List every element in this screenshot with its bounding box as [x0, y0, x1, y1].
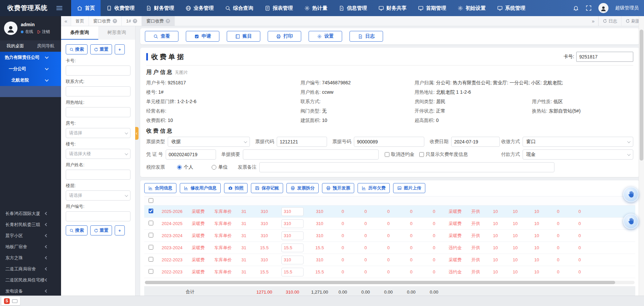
- pay-amount-input[interactable]: [281, 256, 304, 264]
- community-item[interactable]: 地板厂宿舍: [0, 241, 61, 252]
- page-tab[interactable]: 窗口收费 ✕: [89, 16, 122, 26]
- add-condition-button[interactable]: +: [115, 44, 125, 54]
- page-tab[interactable]: 窗口收费 ✕: [142, 16, 175, 26]
- row-checkbox[interactable]: [149, 257, 153, 262]
- cancel-penalty-option[interactable]: 取消违约金: [385, 151, 415, 158]
- search-button[interactable]: 搜索: [66, 44, 88, 54]
- reset-button[interactable]: 重置: [90, 225, 112, 235]
- table-row[interactable]: 2022-2023 采暖费 车库单价 31 15.5 15.5 0 0 0 0: [144, 266, 635, 278]
- building-item[interactable]: [0, 152, 61, 164]
- table-action-button[interactable]: 预开发票: [322, 183, 354, 193]
- row-checkbox[interactable]: [149, 221, 153, 225]
- nav-menu-item[interactable]: 业务管理: [180, 0, 219, 16]
- building-item[interactable]: [0, 130, 61, 141]
- building-item[interactable]: [0, 164, 61, 175]
- sidebar-tab[interactable]: 我的桌面: [0, 40, 31, 52]
- query-field-input[interactable]: 请选择大楼: [66, 149, 130, 159]
- query-field-input[interactable]: [66, 86, 130, 96]
- row-checkbox[interactable]: [149, 269, 153, 274]
- cancel-penalty-checkbox[interactable]: [385, 152, 389, 157]
- floating-hand-button[interactable]: [623, 214, 639, 229]
- table-row[interactable]: 2023-2024 采暖费 车库单价 31 310 310 0 0 0 0: [144, 230, 635, 242]
- nav-menu-item[interactable]: 热计量: [299, 0, 333, 16]
- community-item[interactable]: 二道区民政局住宅楼: [0, 274, 61, 286]
- table-action-button[interactable]: 历年欠费: [358, 183, 390, 193]
- tab-close-icon[interactable]: ✕: [133, 19, 137, 23]
- building-item[interactable]: [0, 86, 61, 97]
- table-row[interactable]: 2022-2023 采暖费 车库单价 31 310 310 0 0 0 0: [144, 254, 635, 266]
- building-item[interactable]: [0, 141, 61, 152]
- page-tab[interactable]: 1# ✕: [122, 16, 142, 26]
- toolbar-button[interactable]: 查看: [145, 31, 178, 42]
- search-button[interactable]: 搜索: [66, 225, 88, 235]
- hamburger-menu-icon[interactable]: [56, 6, 62, 10]
- bill-no-input[interactable]: [354, 137, 424, 147]
- query-field-input[interactable]: [66, 107, 130, 117]
- only-owed-option[interactable]: 只显示欠费年度信息: [419, 151, 468, 158]
- notification-bell-icon[interactable]: [573, 5, 579, 11]
- nav-menu-item[interactable]: 初始设置: [452, 0, 491, 16]
- tab-close-icon[interactable]: ✕: [166, 19, 170, 23]
- log-button[interactable]: 日志: [598, 16, 621, 26]
- table-action-button[interactable]: 拍照: [224, 183, 248, 193]
- community-item[interactable]: 长青村民航委三组: [0, 219, 61, 230]
- query-field-input[interactable]: [66, 65, 130, 76]
- row-checkbox[interactable]: [149, 233, 153, 237]
- community-item[interactable]: 东方之珠: [0, 252, 61, 263]
- bill-code-input[interactable]: [277, 137, 327, 147]
- bill-type-select[interactable]: 收据: [168, 137, 250, 147]
- pay-amount-input[interactable]: [281, 244, 304, 252]
- fee-date-input[interactable]: [451, 137, 500, 147]
- toolbar-button[interactable]: 申请: [186, 31, 219, 42]
- vertical-scrollbar-thumb[interactable]: [640, 30, 643, 161]
- horizontal-scrollbar-thumb[interactable]: [145, 281, 615, 284]
- collect-way-select[interactable]: 窗口: [523, 137, 633, 147]
- vertical-scrollbar[interactable]: [639, 16, 644, 296]
- current-user-name[interactable]: 超级管理员: [615, 5, 639, 11]
- pay-amount-input[interactable]: [281, 231, 304, 240]
- table-row[interactable]: 2025-2026 采暖费 车库单价 31 310 310 0 0 0 0: [144, 206, 635, 218]
- nav-menu-item[interactable]: 首页: [71, 0, 101, 16]
- query-panel-tab[interactable]: 条件查询: [61, 26, 98, 40]
- pay-amount-input[interactable]: [281, 207, 304, 216]
- floating-hand-button[interactable]: [623, 187, 639, 202]
- building-item[interactable]: [0, 97, 61, 108]
- table-action-button[interactable]: 发票拆分: [286, 183, 319, 193]
- invoice-note-input[interactable]: [259, 162, 554, 172]
- tree-parent-node[interactable]: 一分公司: [0, 63, 61, 75]
- table-row[interactable]: 2023-2024 采暖费 车库单价 31 15.5 15.5 0 0 0 0: [144, 242, 635, 254]
- community-item[interactable]: 二道工商局宿舍: [0, 263, 61, 274]
- personal-radio-option[interactable]: 个人: [177, 164, 193, 170]
- building-item[interactable]: [0, 119, 61, 130]
- tree-parent-node[interactable]: 热力有限责任公司: [0, 52, 61, 63]
- community-item[interactable]: 发电设备: [0, 286, 61, 296]
- toolbar-button[interactable]: 账目: [227, 31, 260, 42]
- toolbar-button[interactable]: 设置: [309, 31, 342, 42]
- fullscreen-icon[interactable]: [586, 5, 592, 11]
- query-field-input[interactable]: 请选择: [66, 128, 130, 138]
- only-owed-checkbox[interactable]: [419, 152, 424, 157]
- user-avatar[interactable]: [598, 3, 608, 13]
- summary-input[interactable]: [243, 149, 379, 160]
- pay-amount-input[interactable]: [281, 219, 304, 228]
- toolbar-button[interactable]: 打印: [268, 31, 301, 42]
- company-radio[interactable]: [212, 165, 216, 170]
- ime-toolbar[interactable]: S: [1, 297, 20, 305]
- company-radio-option[interactable]: 单位: [212, 164, 228, 170]
- page-tab[interactable]: 首页 ✕: [71, 16, 89, 26]
- row-checkbox[interactable]: [149, 245, 153, 250]
- personal-radio[interactable]: [177, 165, 182, 170]
- toolbar-button[interactable]: 日志: [350, 31, 383, 42]
- nav-menu-item[interactable]: 信息管理: [333, 0, 373, 16]
- panel-collapse-handle[interactable]: [135, 127, 139, 140]
- building-item[interactable]: [0, 197, 61, 208]
- table-action-button[interactable]: 保存记账: [251, 183, 283, 193]
- table-action-button[interactable]: 合同信息: [144, 183, 176, 193]
- nav-menu-item[interactable]: 系统管理: [491, 0, 531, 16]
- tab-close-icon[interactable]: ✕: [113, 19, 117, 23]
- building-item[interactable]: [0, 108, 61, 119]
- sidebar-tab[interactable]: 房间导航: [31, 40, 61, 52]
- add-condition-button[interactable]: +: [115, 225, 125, 235]
- community-item[interactable]: 晨宇小区: [0, 230, 61, 241]
- table-row[interactable]: 2024-2025 采暖费 车库单价 31 310 310 0 0 0 0: [144, 218, 635, 230]
